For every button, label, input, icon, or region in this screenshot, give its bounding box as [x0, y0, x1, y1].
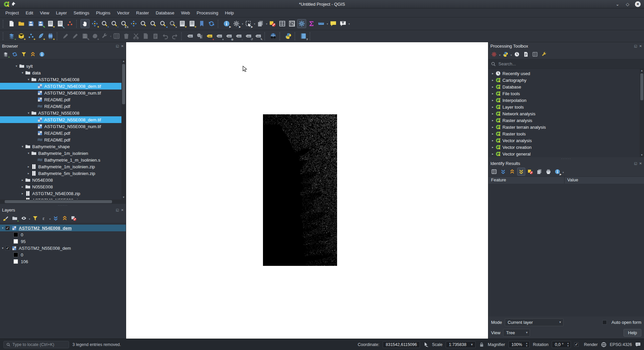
panel-splitter[interactable]: ······: [488, 157, 644, 160]
copy-features-button[interactable]: [141, 32, 150, 41]
browser-item-bathymetrie-1m-isolinien-zip[interactable]: ▸Bathymetrie_1m_isolinien.zip: [0, 163, 126, 170]
layer-class-item[interactable]: 95: [0, 238, 126, 245]
close-button[interactable]: ✕: [635, 1, 641, 7]
field-calculator-button[interactable]: [287, 19, 297, 28]
zoom-last-button[interactable]: ◂: [158, 19, 167, 28]
manage-map-themes-button[interactable]: [20, 214, 28, 222]
browser-item-sylt[interactable]: ▾sylt: [0, 63, 126, 69]
expand-arrow-icon[interactable]: ▸: [490, 92, 495, 95]
remove-layer-button[interactable]: [70, 214, 78, 222]
close-panel-icon[interactable]: ✕: [639, 44, 642, 48]
browser-hscrollbar[interactable]: [0, 199, 126, 204]
expand-arrow-icon[interactable]: ▸: [490, 78, 495, 82]
expand-arrow-icon[interactable]: ▸: [490, 132, 495, 135]
clear-results-button[interactable]: [526, 168, 534, 176]
print-response-button[interactable]: [544, 168, 552, 176]
float-panel-icon[interactable]: ◱: [634, 44, 637, 48]
vertex-tool-button[interactable]: [100, 32, 109, 41]
new-map-view-button[interactable]: ✦: [178, 19, 187, 28]
processing-category-layer-tools[interactable]: ▸Layer tools: [488, 104, 644, 110]
lock-scale-icon[interactable]: [479, 342, 484, 347]
layer-item-astgtm2-n54e008-dem[interactable]: ▾✓ASTGTM2_N54E008_dem: [0, 225, 126, 231]
filter-legend-button[interactable]: [31, 214, 39, 222]
render-checkbox[interactable]: ✓: [574, 342, 579, 347]
map-canvas[interactable]: [126, 42, 488, 339]
edit-features-in-place-button[interactable]: [531, 50, 539, 58]
select-features-by-value-button[interactable]: [256, 19, 265, 28]
zoom-in-button[interactable]: +: [100, 19, 109, 28]
close-panel-icon[interactable]: ✕: [121, 44, 124, 48]
float-panel-icon[interactable]: ◱: [634, 162, 637, 165]
expand-arrow-icon[interactable]: ▸: [26, 165, 31, 168]
identify-features-button[interactable]: ➤: [222, 19, 231, 28]
open-project-button[interactable]: [17, 19, 26, 28]
zoom-next-button[interactable]: ▸: [168, 19, 177, 28]
processing-category-cartography[interactable]: ▸Cartography: [488, 77, 644, 83]
locator-search-input[interactable]: Type to locate (Ctrl+K): [3, 341, 69, 348]
expand-arrow-icon[interactable]: ▸: [26, 172, 31, 175]
processing-category-vector-general[interactable]: ▸Vector general: [488, 151, 644, 157]
processing-category-raster-terrain-analysis[interactable]: ▸Raster terrain analysis: [488, 124, 644, 130]
expand-arrow-icon[interactable]: ▸: [490, 119, 495, 122]
statistical-summary-button[interactable]: [307, 19, 316, 28]
results-viewer-button[interactable]: [522, 50, 530, 58]
scripts-button[interactable]: [501, 50, 509, 58]
close-panel-icon[interactable]: ✕: [639, 162, 642, 165]
expand-arrow-icon[interactable]: ▸: [20, 178, 25, 182]
expand-arrow-icon[interactable]: ▸: [20, 192, 25, 195]
browser-item-readme-pdf[interactable]: README.pdf: [0, 130, 126, 136]
save-project-button[interactable]: [26, 19, 36, 28]
run-feature-action-button[interactable]: ➤: [232, 19, 241, 28]
expand-arrow-icon[interactable]: ▾: [14, 64, 19, 68]
undo-button[interactable]: [161, 32, 170, 41]
new-3d-map-view-button[interactable]: ✦: [187, 19, 197, 28]
menu-vector[interactable]: Vector: [114, 9, 133, 17]
collapse-tree-button[interactable]: [508, 168, 516, 176]
modify-attributes-button[interactable]: [112, 32, 121, 41]
open-data-source-manager-button[interactable]: +: [7, 32, 16, 41]
browser-item-astgtm2-n54e008-dem-tif[interactable]: ASTGTM2_N54E008_dem.tif: [0, 83, 126, 90]
menu-plugins[interactable]: Plugins: [93, 9, 114, 17]
expand-arrow-icon[interactable]: ▸: [490, 152, 495, 156]
expand-arrow-icon[interactable]: ▾: [26, 152, 31, 155]
show-bookmarks-button[interactable]: [197, 19, 206, 28]
zoom-to-selection-button[interactable]: [139, 19, 148, 28]
browser-item-astgtm2-n55e008[interactable]: ▾ASTGTM2_N55E008: [0, 110, 126, 116]
menu-processing[interactable]: Processing: [193, 9, 221, 17]
menu-layer[interactable]: Layer: [53, 9, 70, 17]
browser-item-bathymetrie-5m-isolinien-zip[interactable]: ▸Bathymetrie_5m_Isolinien.zip: [0, 170, 126, 177]
select-features-button[interactable]: ➤: [244, 19, 253, 28]
new-print-layout-button[interactable]: ✦: [46, 19, 55, 28]
refresh-browser-button[interactable]: [11, 50, 19, 58]
scale-combobox[interactable]: 1:735838▼: [446, 341, 476, 348]
show-hide-labels-button[interactable]: ◉: [224, 32, 233, 41]
layer-class-item[interactable]: 106: [0, 258, 126, 265]
processing-toolbox-button[interactable]: [297, 19, 306, 28]
new-spatialite-layer-button[interactable]: ✦: [36, 32, 45, 41]
show-layout-manager-button[interactable]: 🔧: [56, 19, 65, 28]
copy-feature-button[interactable]: [535, 168, 543, 176]
zoom-native-button[interactable]: 1:1: [119, 19, 128, 28]
toggle-editing-button[interactable]: [61, 32, 70, 41]
processing-category-raster-tools[interactable]: ▸Raster tools: [488, 130, 644, 137]
browser-item-astgtm2-n55e008-zip[interactable]: ▸ASTGTM2_N55E008.zip: [0, 197, 126, 199]
expand-arrow-icon[interactable]: ▾: [20, 71, 25, 74]
browser-item-astgtm2-n55e008-num-tif[interactable]: ASTGTM2_N55E008_num.tif: [0, 123, 126, 130]
pin-unpin-labels-button[interactable]: ●: [215, 32, 224, 41]
auto-open-form-checkbox[interactable]: [602, 320, 607, 325]
layer-class-item[interactable]: 0: [0, 231, 126, 238]
highlight-pinned-labels-button[interactable]: ●: [205, 32, 214, 41]
paste-features-button[interactable]: [151, 32, 160, 41]
expand-arrow-icon[interactable]: ▸: [490, 145, 495, 149]
add-feature-button[interactable]: ✦: [90, 32, 99, 41]
menu-raster[interactable]: Raster: [133, 9, 152, 17]
messages-icon[interactable]: [635, 342, 641, 347]
browser-item-astgtm2-n54e008-num-tif[interactable]: ASTGTM2_N54E008_num.tif: [0, 90, 126, 96]
menu-settings[interactable]: Settings: [70, 9, 93, 17]
processing-category-recently-used[interactable]: ▸Recently used: [488, 70, 644, 77]
browser-item-astgtm2-n55e008-dem-tif[interactable]: ASTGTM2_N55E008_dem.tif: [0, 116, 126, 123]
menu-web[interactable]: Web: [178, 9, 194, 17]
panel-splitter[interactable]: ······: [0, 204, 126, 206]
browser-item-readme-pdf[interactable]: README.pdf: [0, 96, 126, 103]
text-annotation-button[interactable]: [338, 19, 347, 28]
